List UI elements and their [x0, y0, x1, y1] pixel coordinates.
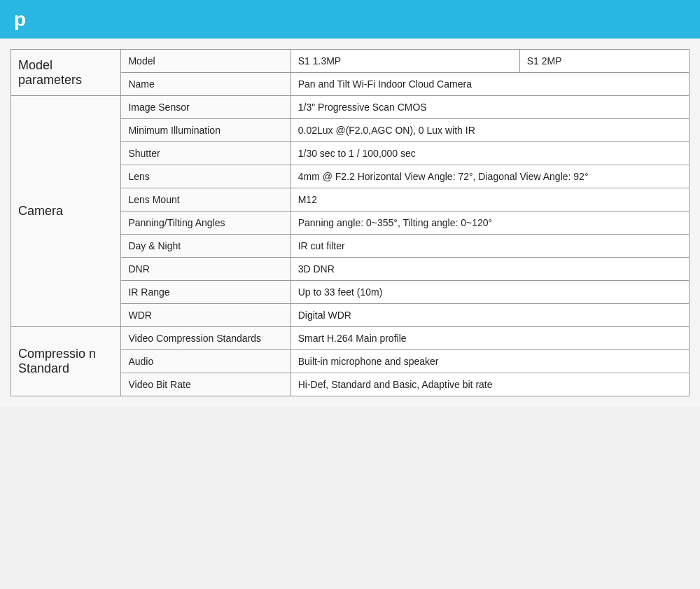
value-cell: 4mm @ F2.2 Horizontal View Angle: 72°, D…: [290, 165, 689, 188]
value-cell: M12: [290, 188, 689, 212]
param-cell: Video Compression Standards: [121, 327, 290, 350]
value-cell: Built-in microphone and speaker: [290, 350, 689, 373]
param-cell: Lens: [121, 165, 290, 188]
param-cell: IR Range: [121, 281, 290, 304]
param-cell: Model: [121, 50, 290, 73]
value-cell-2: S1 2MP: [519, 50, 689, 73]
specs-table: Model parametersModelS1 1.3MPS1 2MPNameP…: [10, 49, 690, 396]
header-title: p: [14, 8, 27, 31]
main-content: Model parametersModelS1 1.3MPS1 2MPNameP…: [0, 39, 700, 407]
value-cell: 1/30 sec to 1 / 100,000 sec: [290, 142, 689, 165]
value-cell: Smart H.264 Main profile: [290, 327, 689, 350]
value-cell: 3D DNR: [290, 258, 689, 281]
param-cell: DNR: [121, 258, 290, 281]
value-cell: 1/3" Progressive Scan CMOS: [290, 96, 689, 119]
param-cell: Image Sensor: [121, 96, 290, 119]
table-row: CameraImage Sensor1/3" Progressive Scan …: [11, 96, 690, 119]
param-cell: Video Bit Rate: [121, 373, 290, 396]
value-cell: S1 1.3MP: [290, 50, 519, 73]
value-cell: 0.02Lux @(F2.0,AGC ON), 0 Lux with IR: [290, 119, 689, 142]
table-row: Compressio n StandardVideo Compression S…: [11, 327, 690, 350]
param-cell: Lens Mount: [121, 188, 290, 212]
param-cell: Shutter: [121, 142, 290, 165]
category-cell: Compressio n Standard: [11, 327, 121, 396]
param-cell: Minimum Illumination: [121, 119, 290, 142]
value-cell: Up to 33 feet (10m): [290, 281, 689, 304]
table-row: Model parametersModelS1 1.3MPS1 2MP: [11, 50, 690, 73]
value-cell: Pan and Tilt Wi-Fi Indoor Cloud Camera: [290, 73, 689, 96]
param-cell: Panning/Tilting Angles: [121, 212, 290, 235]
param-cell: WDR: [121, 304, 290, 327]
header: p: [0, 0, 700, 39]
param-cell: Day & Night: [121, 235, 290, 258]
category-cell: Model parameters: [11, 50, 121, 96]
value-cell: Panning angle: 0~355°, Tilting angle: 0~…: [290, 212, 689, 235]
param-cell: Name: [121, 73, 290, 96]
param-cell: Audio: [121, 350, 290, 373]
value-cell: Hi-Def, Standard and Basic, Adaptive bit…: [290, 373, 689, 396]
category-cell: Camera: [11, 96, 121, 327]
value-cell: IR cut filter: [290, 235, 689, 258]
value-cell: Digital WDR: [290, 304, 689, 327]
